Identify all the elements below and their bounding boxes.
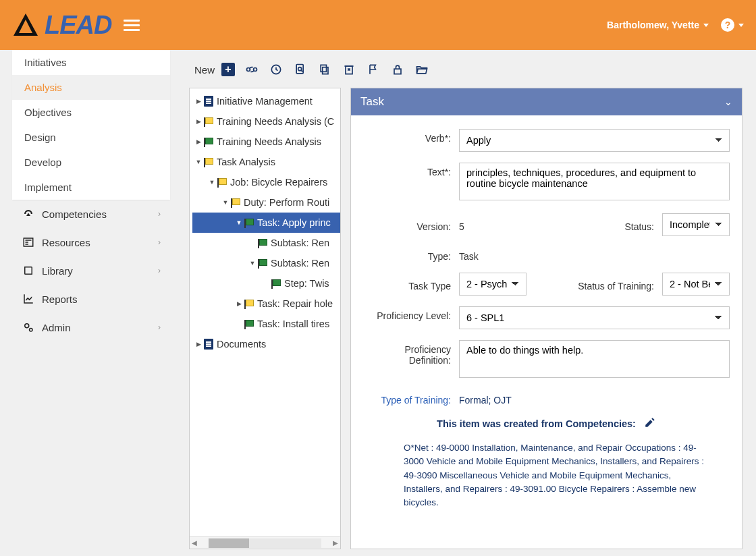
text-field[interactable]: principles, techniques, procedures, and … xyxy=(459,163,730,200)
flag-green-icon xyxy=(204,138,213,146)
tree-row[interactable]: ▶Documents xyxy=(192,334,340,354)
tree-row[interactable]: ▼Task Analysis xyxy=(192,152,340,172)
sidebar-group-resources[interactable]: Resources › xyxy=(12,228,170,256)
folder-open-icon[interactable] xyxy=(414,62,429,77)
status-select[interactable]: Incomplet xyxy=(662,213,730,236)
side-top-panel: Initiatives Analysis Objectives Design D… xyxy=(12,50,170,200)
sidebar-item-initiatives[interactable]: Initiatives xyxy=(12,50,170,75)
sidebar-item-analysis[interactable]: Analysis xyxy=(12,75,170,100)
competencies-text: O*Net : 49-0000 Installation, Maintenanc… xyxy=(363,441,730,513)
verb-select[interactable]: Apply xyxy=(459,129,730,152)
sidebar-group-library[interactable]: Library › xyxy=(12,256,170,285)
book-icon xyxy=(22,265,35,277)
detail-header[interactable]: Task ⌄ xyxy=(351,88,742,115)
type-label: Type: xyxy=(363,247,451,262)
tree-toggle-icon[interactable]: ▶ xyxy=(195,138,202,145)
new-button[interactable]: + xyxy=(221,63,235,76)
tree-toggle-icon[interactable]: ▼ xyxy=(209,179,215,186)
tree-horizontal-scrollbar[interactable]: ◀ ▶ xyxy=(190,536,340,549)
tree-toggle-icon[interactable]: ▶ xyxy=(195,98,202,105)
history-icon[interactable] xyxy=(269,62,284,77)
tree-toggle-icon[interactable]: ▶ xyxy=(195,341,202,348)
brand-lead-logo: LEAD xyxy=(45,11,111,40)
top-header: LEAD Bartholomew, Yvette ? xyxy=(0,0,756,50)
flag-yellow-icon xyxy=(231,198,240,206)
flag-yellow-icon xyxy=(217,178,227,186)
task-type-label: Task Type xyxy=(363,277,451,291)
sidebar-group-admin[interactable]: Admin › xyxy=(12,313,170,341)
type-training-value: Formal; OJT xyxy=(459,391,512,406)
logo-group: LEAD xyxy=(12,11,111,40)
tree-row[interactable]: ▶Initiative Management xyxy=(192,91,340,111)
tree-row[interactable]: ▼Duty: Perform Routi xyxy=(192,192,340,213)
svg-point-8 xyxy=(247,68,250,72)
svg-point-7 xyxy=(30,329,33,332)
tree-label: Training Needs Analysis xyxy=(217,136,321,147)
prof-level-select[interactable]: 6 - SPL1 xyxy=(459,306,730,329)
edit-pencil-icon[interactable] xyxy=(644,416,656,430)
detail-title: Task xyxy=(360,95,384,109)
user-menu[interactable]: Bartholomew, Yvette xyxy=(607,20,709,30)
prof-level-label: Proficiency Level: xyxy=(363,306,451,321)
chevron-right-icon: › xyxy=(158,323,161,332)
tree-toggle-icon[interactable]: ▼ xyxy=(249,260,256,267)
tree-row[interactable]: ▼Job: Bicycle Repairers xyxy=(192,172,340,192)
left-sidebar: Initiatives Analysis Objectives Design D… xyxy=(0,50,170,556)
tree-label: Job: Bicycle Repairers xyxy=(230,177,327,188)
text-label: Text*: xyxy=(363,163,451,177)
news-icon xyxy=(22,236,35,248)
tree-row[interactable]: ▼Subtask: Ren xyxy=(192,253,340,273)
tree-toggle-icon[interactable]: ▼ xyxy=(195,159,202,165)
type-training-label[interactable]: Type of Training: xyxy=(363,391,451,406)
tree-label: Task: Install tires xyxy=(257,318,329,329)
sidebar-item-objectives[interactable]: Objectives xyxy=(12,100,170,125)
tree-label: Initiative Management xyxy=(217,96,313,107)
sidebar-group-reports[interactable]: Reports xyxy=(12,285,170,313)
tree-row[interactable]: Subtask: Ren xyxy=(192,233,340,253)
chart-icon xyxy=(22,293,35,305)
gauge-icon xyxy=(22,208,35,220)
copy-icon[interactable] xyxy=(317,62,332,77)
tree-toggle-icon[interactable]: ▼ xyxy=(222,199,229,206)
status-training-select[interactable]: 2 - Not Be xyxy=(662,273,730,296)
tree-row[interactable]: Task: Install tires xyxy=(192,314,340,334)
tree-label: Step: Twis xyxy=(284,278,329,289)
sidebar-item-design[interactable]: Design xyxy=(12,125,170,150)
flag-icon[interactable] xyxy=(366,62,381,77)
document-icon xyxy=(204,96,213,107)
tree-toggle-icon[interactable]: ▼ xyxy=(236,219,242,226)
flag-yellow-icon xyxy=(204,117,213,126)
svg-point-9 xyxy=(254,68,257,72)
tree-label: Duty: Perform Routi xyxy=(244,197,329,208)
sidebar-item-develop[interactable]: Develop xyxy=(12,150,170,175)
tree-label: Task Analysis xyxy=(217,157,275,167)
help-menu[interactable]: ? xyxy=(721,18,744,32)
link-icon[interactable] xyxy=(244,62,259,77)
lock-icon[interactable] xyxy=(390,62,405,77)
flag-green-icon xyxy=(244,219,254,227)
delete-icon[interactable] xyxy=(342,62,356,77)
tree-toggle-icon[interactable]: ▶ xyxy=(236,300,242,307)
type-value: Task xyxy=(459,247,479,262)
search-doc-icon[interactable] xyxy=(293,62,308,77)
tree-row[interactable]: ▶Training Needs Analysis (C xyxy=(192,111,340,132)
tree-label: Documents xyxy=(217,339,266,350)
tree-row[interactable]: ▶Training Needs Analysis xyxy=(192,132,340,152)
flag-yellow-icon xyxy=(204,158,213,166)
prof-def-field[interactable]: Able to do things with help. xyxy=(459,340,730,378)
menu-toggle-icon[interactable] xyxy=(124,17,140,34)
tree-pane: ▶Initiative Management▶Training Needs An… xyxy=(189,88,341,549)
tree-toggle-icon[interactable]: ▶ xyxy=(195,118,202,125)
gears-icon xyxy=(22,321,35,333)
document-icon xyxy=(204,339,213,350)
tree-row[interactable]: Step: Twis xyxy=(192,273,340,294)
svg-rect-14 xyxy=(321,65,326,72)
detail-pane: Task ⌄ Verb*: Apply Text*: principles, t… xyxy=(350,88,742,549)
sidebar-group-competencies[interactable]: Competencies › xyxy=(12,200,170,228)
tree-row[interactable]: ▼Task: Apply princ xyxy=(192,213,340,233)
sidebar-item-implement[interactable]: Implement xyxy=(12,175,170,200)
flag-yellow-icon xyxy=(244,300,254,308)
task-type-select[interactable]: 2 - Psycho xyxy=(459,273,526,296)
prof-def-label: Proficiency Definition: xyxy=(363,340,451,366)
tree-row[interactable]: ▶Task: Repair hole xyxy=(192,294,340,314)
